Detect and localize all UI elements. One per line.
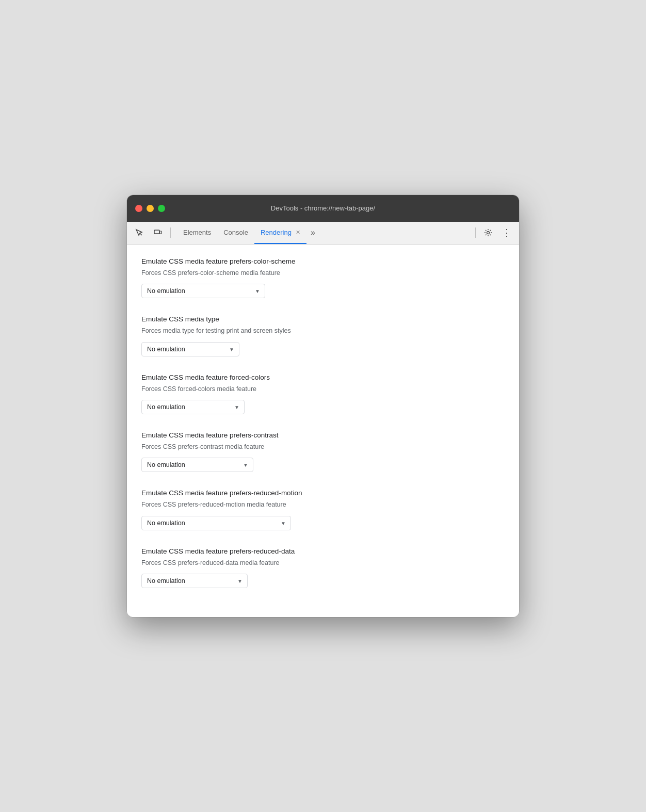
rendering-panel-content: Emulate CSS media feature prefers-color-… — [127, 245, 519, 617]
inspect-element-button[interactable] — [131, 225, 148, 240]
select-forced-colors[interactable]: No emulation forced-colors: active force… — [141, 400, 245, 414]
tab-rendering[interactable]: Rendering ✕ — [254, 221, 306, 244]
tab-list: Elements Console Rendering ✕ » — [177, 221, 471, 244]
svg-line-0 — [140, 233, 142, 235]
more-options-button[interactable]: ⋮ — [498, 225, 515, 240]
maximize-button[interactable] — [158, 205, 165, 212]
svg-rect-1 — [154, 230, 159, 234]
titlebar: DevTools - chrome://new-tab-page/ — [127, 195, 519, 222]
setting-title-prefers-color-scheme: Emulate CSS media feature prefers-color-… — [141, 257, 505, 267]
close-button[interactable] — [135, 205, 142, 212]
traffic-lights — [135, 205, 165, 212]
toolbar-divider — [170, 228, 171, 238]
select-wrapper-forced-colors: No emulation forced-colors: active force… — [141, 400, 245, 414]
toolbar: Elements Console Rendering ✕ » ⋮ — [127, 222, 519, 245]
toolbar-right-divider — [475, 228, 476, 238]
setting-title-prefers-reduced-data: Emulate CSS media feature prefers-reduce… — [141, 547, 505, 557]
setting-prefers-reduced-data: Emulate CSS media feature prefers-reduce… — [141, 547, 505, 588]
select-wrapper-prefers-color-scheme: No emulation prefers-color-scheme: light… — [141, 284, 265, 298]
select-wrapper-prefers-reduced-motion: No emulation prefers-reduced-motion: red… — [141, 516, 291, 530]
select-prefers-contrast[interactable]: No emulation prefers-contrast: more pref… — [141, 458, 253, 472]
device-toolbar-button[interactable] — [150, 225, 166, 240]
setting-title-prefers-reduced-motion: Emulate CSS media feature prefers-reduce… — [141, 489, 505, 498]
setting-title-prefers-contrast: Emulate CSS media feature prefers-contra… — [141, 431, 505, 441]
window-title: DevTools - chrome://new-tab-page/ — [271, 204, 375, 212]
setting-desc-prefers-reduced-motion: Forces CSS prefers-reduced-motion media … — [141, 500, 505, 510]
setting-desc-prefers-reduced-data: Forces CSS prefers-reduced-data media fe… — [141, 559, 505, 568]
svg-rect-2 — [160, 231, 162, 234]
setting-desc-prefers-contrast: Forces CSS prefers-contrast media featur… — [141, 443, 505, 452]
setting-title-forced-colors: Emulate CSS media feature forced-colors — [141, 373, 505, 383]
settings-button[interactable] — [480, 225, 496, 240]
select-prefers-reduced-motion[interactable]: No emulation prefers-reduced-motion: red… — [141, 516, 291, 530]
setting-desc-prefers-color-scheme: Forces CSS prefers-color-scheme media fe… — [141, 269, 505, 278]
setting-forced-colors: Emulate CSS media feature forced-colors … — [141, 373, 505, 414]
tab-elements[interactable]: Elements — [177, 221, 217, 244]
select-prefers-reduced-data[interactable]: No emulation prefers-reduced-data: reduc… — [141, 574, 248, 588]
select-prefers-color-scheme[interactable]: No emulation prefers-color-scheme: light… — [141, 284, 265, 298]
setting-prefers-contrast: Emulate CSS media feature prefers-contra… — [141, 431, 505, 472]
devtools-window: DevTools - chrome://new-tab-page/ Elemen… — [127, 195, 519, 617]
tab-console[interactable]: Console — [217, 221, 254, 244]
svg-point-3 — [487, 232, 490, 234]
setting-prefers-reduced-motion: Emulate CSS media feature prefers-reduce… — [141, 489, 505, 530]
setting-media-type: Emulate CSS media type Forces media type… — [141, 315, 505, 356]
setting-desc-forced-colors: Forces CSS forced-colors media feature — [141, 385, 505, 394]
minimize-button[interactable] — [147, 205, 154, 212]
more-tabs-button[interactable]: » — [306, 221, 319, 244]
select-wrapper-prefers-contrast: No emulation prefers-contrast: more pref… — [141, 458, 253, 472]
select-wrapper-media-type: No emulation print screen ▼ — [141, 342, 239, 356]
setting-prefers-color-scheme: Emulate CSS media feature prefers-color-… — [141, 257, 505, 298]
select-wrapper-prefers-reduced-data: No emulation prefers-reduced-data: reduc… — [141, 574, 248, 588]
setting-desc-media-type: Forces media type for testing print and … — [141, 327, 505, 336]
tab-close-icon[interactable]: ✕ — [296, 230, 300, 235]
select-media-type[interactable]: No emulation print screen — [141, 342, 239, 356]
toolbar-right-actions: ⋮ — [480, 225, 515, 240]
setting-title-media-type: Emulate CSS media type — [141, 315, 505, 324]
